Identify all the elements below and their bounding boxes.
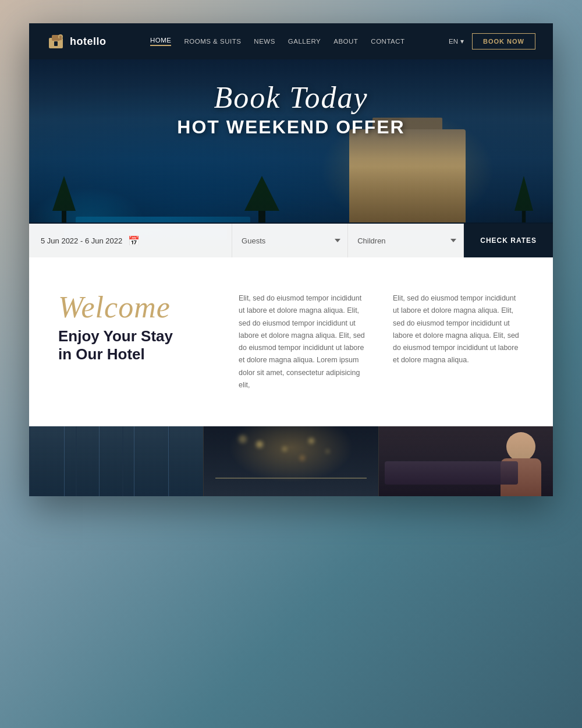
nav-about[interactable]: ABOUT bbox=[333, 38, 358, 45]
svg-rect-2 bbox=[54, 41, 58, 46]
check-rates-button[interactable]: CHECK RATES bbox=[464, 224, 553, 257]
bokeh-light-1 bbox=[256, 441, 263, 448]
welcome-section: Welcome Enjoy Your Stay in Our Hotel Eli… bbox=[29, 257, 553, 426]
nav-rooms[interactable]: ROOMS & SUITS bbox=[184, 38, 241, 45]
person-head bbox=[506, 432, 535, 461]
logo-text: hotello bbox=[70, 36, 107, 48]
bokeh-light-4 bbox=[326, 450, 329, 453]
welcome-script-text: Welcome bbox=[58, 292, 215, 323]
table-element bbox=[385, 461, 518, 485]
hero-title: HOT WEEKEND OFFER bbox=[29, 116, 553, 138]
photo-cell-lobby bbox=[29, 426, 203, 496]
date-range-text: 5 Jun 2022 - 6 Jun 2022 bbox=[41, 236, 122, 245]
logo-area: hotello bbox=[47, 32, 107, 51]
photo-cell-person bbox=[379, 426, 553, 496]
calendar-icon: 📅 bbox=[128, 235, 140, 246]
booking-bar: 5 Jun 2022 - 6 Jun 2022 📅 Guests 1 Guest… bbox=[29, 224, 553, 257]
welcome-col-2: Elit, sed do eiusmod tempor incididunt u… bbox=[393, 292, 524, 367]
nav-links: HOME ROOMS & SUITS NEWS GALLERY ABOUT CO… bbox=[150, 37, 405, 46]
language-selector[interactable]: EN ▾ bbox=[449, 37, 464, 45]
bokeh-light-3 bbox=[308, 438, 314, 444]
nav-news[interactable]: NEWS bbox=[254, 38, 275, 45]
logo-icon bbox=[47, 32, 65, 51]
nav-right: EN ▾ BOOK NOW bbox=[449, 33, 535, 50]
welcome-title: Enjoy Your Stay in Our Hotel bbox=[58, 327, 215, 363]
welcome-text-col1: Elit, sed do eiusmod tempor incididunt u… bbox=[239, 292, 370, 391]
chevron-down-icon: ▾ bbox=[460, 37, 464, 45]
svg-rect-4 bbox=[59, 36, 62, 40]
children-select[interactable]: Children 0 Children 1 Child 2 Children bbox=[348, 224, 464, 257]
nav-contact[interactable]: CONTACT bbox=[371, 38, 404, 45]
date-picker-field[interactable]: 5 Jun 2022 - 6 Jun 2022 📅 bbox=[29, 224, 232, 257]
welcome-text-col2: Elit, sed do eiusmod tempor incididunt u… bbox=[393, 292, 524, 367]
bokeh-light-5 bbox=[239, 435, 247, 443]
photo-cell-interior bbox=[203, 426, 378, 496]
hero-content: Book Today HOT WEEKEND OFFER bbox=[29, 83, 553, 138]
hero-section: Book Today HOT WEEKEND OFFER 5 Jun 2022 … bbox=[29, 59, 553, 257]
bokeh-light-6 bbox=[300, 455, 305, 461]
nav-home[interactable]: HOME bbox=[150, 37, 172, 46]
page-container: hotello HOME ROOMS & SUITS NEWS GALLERY … bbox=[29, 23, 553, 496]
welcome-col-1: Elit, sed do eiusmod tempor incididunt u… bbox=[239, 292, 370, 391]
nav-gallery[interactable]: GALLERY bbox=[288, 38, 321, 45]
navbar: hotello HOME ROOMS & SUITS NEWS GALLERY … bbox=[29, 23, 553, 59]
book-now-button[interactable]: BOOK NOW bbox=[472, 33, 535, 50]
photo-strip bbox=[29, 426, 553, 496]
guests-select[interactable]: Guests 1 Guest 2 Guests 3 Guests 4 Guest… bbox=[232, 224, 348, 257]
hero-script-text: Book Today bbox=[29, 83, 553, 113]
welcome-left-col: Welcome Enjoy Your Stay in Our Hotel bbox=[58, 292, 215, 363]
bokeh-light-2 bbox=[282, 447, 287, 451]
